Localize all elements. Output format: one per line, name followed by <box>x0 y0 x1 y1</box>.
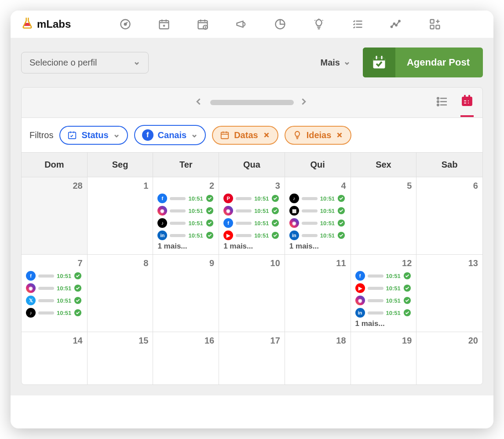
calendar-cell[interactable]: 11 <box>285 254 351 332</box>
check-circle-icon <box>271 219 279 227</box>
calendar-cell[interactable]: 4♪10:51▦10:51◉10:51in10:511 mais... <box>285 177 351 254</box>
scheduled-post[interactable]: ♪10:51 <box>289 194 346 203</box>
calendar-cell[interactable]: 7f10:51◉10:51𝕏10:51♪10:51 <box>22 254 88 332</box>
megaphone-icon[interactable] <box>234 17 248 31</box>
apps-add-icon[interactable] <box>428 17 442 31</box>
calendar-cell[interactable]: 8 <box>88 254 153 332</box>
calendar-cell[interactable]: 2f10:51◉10:51♪10:51in10:511 mais... <box>153 177 219 254</box>
close-icon[interactable] <box>263 131 270 139</box>
gauge-icon[interactable] <box>118 17 132 31</box>
scheduled-post[interactable]: ◉10:51 <box>157 206 214 216</box>
scheduled-post[interactable]: f10:51 <box>223 218 280 228</box>
scheduled-post[interactable]: ◉10:51 <box>289 218 346 228</box>
day-number: 3 <box>223 181 280 191</box>
calendar-view-toggle[interactable] <box>460 94 474 117</box>
checklist-icon[interactable] <box>351 17 365 31</box>
profile-select-label: Selecione o perfil <box>29 58 97 68</box>
scheduled-post[interactable]: f10:51 <box>26 271 83 281</box>
brand-logo[interactable]: mLabs <box>21 17 71 32</box>
next-arrow[interactable] <box>299 97 310 108</box>
instagram-icon: ◉ <box>157 206 167 216</box>
calendar-cell[interactable]: 18 <box>285 332 351 384</box>
calendar-cell[interactable]: 13 <box>416 254 482 332</box>
close-icon[interactable] <box>336 131 343 139</box>
calendar-cell[interactable]: 20 <box>416 332 482 384</box>
calendar-cell[interactable]: 6 <box>416 177 482 254</box>
check-circle-icon <box>74 284 82 292</box>
more-posts-link[interactable]: 1 mais... <box>157 242 214 251</box>
svg-rect-25 <box>467 100 469 102</box>
calendar-cell[interactable]: 19 <box>351 332 417 384</box>
prev-arrow[interactable] <box>194 97 205 108</box>
scheduled-post[interactable]: ▶10:51 <box>355 283 412 293</box>
calendar-cell[interactable]: 10 <box>219 254 285 332</box>
scheduled-post[interactable]: in10:51 <box>289 230 346 240</box>
lightbulb-icon[interactable] <box>312 17 326 31</box>
pinterest-icon: P <box>223 194 233 203</box>
calendar-cell[interactable]: 16 <box>153 332 219 384</box>
svg-point-6 <box>391 26 393 28</box>
calendar-panel-header <box>22 88 482 117</box>
youtube-icon: ▶ <box>355 283 365 293</box>
post-title-placeholder <box>368 274 383 278</box>
more-dropdown[interactable]: Mais <box>315 54 356 71</box>
scheduled-post[interactable]: P10:51 <box>223 194 280 203</box>
filter-ideias-label: Ideias <box>307 130 332 140</box>
svg-point-9 <box>399 20 401 22</box>
post-title-placeholder <box>38 311 54 315</box>
scheduled-post[interactable]: ♪10:51 <box>26 308 83 318</box>
filter-canais[interactable]: f Canais <box>134 125 206 145</box>
filter-datas[interactable]: Datas <box>212 126 278 145</box>
scheduled-post[interactable]: f10:51 <box>157 194 214 203</box>
calendar-cell[interactable]: 15 <box>88 332 153 384</box>
scheduled-post[interactable]: ▦10:51 <box>289 206 346 216</box>
calendar-plus-icon[interactable] <box>157 17 171 31</box>
calendar-cell[interactable]: 12f10:51▶10:51◉10:51in10:511 mais... <box>351 254 417 332</box>
topbar: mLabs <box>11 11 493 38</box>
calendar-cell[interactable]: 17 <box>219 332 285 384</box>
more-posts-link[interactable]: 1 mais... <box>223 242 280 251</box>
post-time: 10:51 <box>320 220 335 227</box>
linkedin-icon: in <box>289 230 299 240</box>
scheduled-post[interactable]: ◉10:51 <box>26 283 83 293</box>
post-title-placeholder <box>38 287 54 290</box>
linkedin-icon: in <box>157 230 167 240</box>
calendar-cell[interactable]: 9 <box>153 254 219 332</box>
more-posts-link[interactable]: 1 mais... <box>355 319 412 328</box>
calendar-cell[interactable]: 5 <box>351 177 417 254</box>
post-title-placeholder <box>302 209 318 212</box>
check-circle-icon <box>74 296 82 304</box>
scheduled-post[interactable]: f10:51 <box>355 271 412 281</box>
calendar-check-icon <box>363 48 395 77</box>
scheduled-post[interactable]: in10:51 <box>157 230 214 240</box>
post-title-placeholder <box>170 234 186 237</box>
calendar-cell[interactable]: 14 <box>22 332 88 384</box>
scheduled-post[interactable]: 𝕏10:51 <box>26 296 83 305</box>
more-posts-link[interactable]: 1 mais... <box>289 242 346 251</box>
calendar-clock-icon[interactable] <box>196 17 210 31</box>
piechart-icon[interactable] <box>273 17 287 31</box>
scheduled-post[interactable]: ◉10:51 <box>355 296 412 305</box>
post-title-placeholder <box>38 299 54 302</box>
calendar-cell[interactable]: 1 <box>88 177 153 254</box>
list-view-toggle[interactable] <box>436 95 449 110</box>
profile-select[interactable]: Selecione o perfil <box>21 52 149 73</box>
scheduled-post[interactable]: ◉10:51 <box>223 206 280 216</box>
scheduled-post[interactable]: ▶10:51 <box>223 230 280 240</box>
scheduled-post[interactable]: in10:51 <box>355 308 412 318</box>
calendar-cell[interactable]: 28 <box>22 177 88 254</box>
check-circle-icon <box>74 272 82 280</box>
filter-datas-label: Datas <box>234 130 258 140</box>
svg-rect-23 <box>464 100 467 102</box>
schedule-post-label: Agendar Post <box>407 57 470 68</box>
scheduled-post[interactable]: ♪10:51 <box>157 218 214 228</box>
post-time: 10:51 <box>320 195 335 202</box>
day-number: 13 <box>421 258 478 268</box>
filter-ideias[interactable]: Ideias <box>285 126 352 145</box>
post-time: 10:51 <box>320 232 335 239</box>
post-time: 10:51 <box>386 297 401 304</box>
trend-icon[interactable] <box>389 17 403 31</box>
filter-status[interactable]: Status <box>59 126 128 145</box>
calendar-cell[interactable]: 3P10:51◉10:51f10:51▶10:511 mais... <box>219 177 285 254</box>
schedule-post-button[interactable]: Agendar Post <box>363 48 483 77</box>
